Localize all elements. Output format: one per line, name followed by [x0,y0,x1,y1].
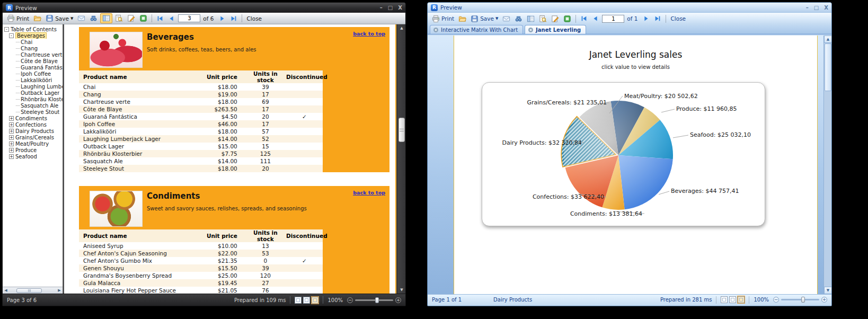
toc-item-label[interactable]: Ipoh Coffee [21,71,51,77]
toc-item-label[interactable]: Chai [21,39,32,45]
toc-tree-item[interactable]: +Condiments [4,115,63,121]
back-to-top-link[interactable]: back to top [353,190,385,196]
search-button[interactable] [88,13,99,23]
toc-item-label[interactable]: Produce [15,147,37,153]
toc-item-label[interactable]: Condiments [15,116,47,121]
parameters-button[interactable] [138,13,149,23]
scroll-up-icon[interactable]: ▲ [397,24,405,32]
open-button[interactable] [32,13,43,23]
toc-horizontal-scrollbar[interactable]: ◀ ▶ [3,287,63,294]
back-to-top-link[interactable]: back to top [353,31,385,37]
tab-janet-leverling[interactable]: Janet Leverling [525,25,586,34]
tab-close-icon[interactable] [528,27,534,33]
page-number-input[interactable] [178,14,200,22]
search-button[interactable] [513,14,524,24]
next-page-button[interactable] [217,13,227,23]
toc-tree-item[interactable]: +Produce [4,147,63,153]
close-window-button[interactable]: X [398,5,402,11]
toc-item-label[interactable]: Meat/Poultry [15,141,49,147]
chevron-down-icon[interactable]: ▼ [70,16,73,21]
toc-item-label[interactable]: Dairy Products [15,128,54,134]
toc-tree-item[interactable]: Laughing Lumberjack [4,83,63,90]
whole-page-icon[interactable] [312,297,318,304]
zoom-slider-thumb[interactable] [375,297,379,303]
watermark-button[interactable] [126,13,137,23]
save-button[interactable]: Save▼ [44,13,75,23]
zoom-out-button[interactable]: − [347,297,353,303]
pie-value-label[interactable]: Dairy Products: $32 320,84 [502,139,582,146]
scrollbar-thumb[interactable] [825,43,831,91]
zoom-out-button[interactable]: − [773,297,779,303]
previous-page-button[interactable] [590,14,601,24]
pie-value-label[interactable]: Confections: $33 622,40 [533,193,604,200]
expand-icon[interactable]: + [9,154,14,159]
save-button[interactable]: Save▼ [469,14,500,24]
zoom-slider[interactable] [355,299,393,301]
toc-tree-item[interactable]: Steeleye Stout [4,109,63,115]
whole-page-icon[interactable] [738,296,745,303]
toc-item-label[interactable]: Beverages [15,32,47,39]
pie-value-label[interactable]: Beverages: $44 757,41 [671,188,739,194]
toc-item-label[interactable]: Laughing Lumberjack [21,84,63,90]
scroll-down-icon[interactable]: ▼ [397,286,405,294]
email-button[interactable] [501,14,512,24]
watermark-button[interactable] [550,14,561,24]
toc-tree-item[interactable]: Outback Lager [4,90,63,96]
toc-item-label[interactable]: Steeleye Stout [21,109,59,115]
print-button[interactable]: Print [430,14,456,24]
close-window-button[interactable]: X [824,5,828,11]
tab-close-icon[interactable] [433,27,439,33]
toc-tree-item[interactable]: +Grains/Cereals [4,134,63,140]
first-page-button[interactable] [155,13,165,23]
pie-value-label[interactable]: Condiments: $13 381,64 [570,210,642,217]
toc-tree-item[interactable]: +Dairy Products [4,128,63,134]
pie-value-label[interactable]: Grains/Cereals: $21 235,01 [527,99,607,106]
toc-tree-item[interactable]: -Beverages [4,32,63,39]
vertical-scrollbar[interactable]: ▲ ▼ [823,36,831,294]
expand-icon[interactable]: + [9,129,14,134]
maximize-button[interactable]: □ [388,5,393,11]
toc-item-label[interactable]: Outback Lager [21,90,59,96]
close-preview-button[interactable]: Close [669,14,687,24]
expand-icon[interactable]: + [9,135,14,140]
open-button[interactable] [457,14,468,24]
magnifier-button[interactable] [113,13,125,23]
toc-item-label[interactable]: Table of Contents [11,26,57,32]
minimize-button[interactable]: – [380,5,383,11]
toc-item-label[interactable]: Rhönbräu Klosterbier [21,96,63,102]
toc-tree-item[interactable]: Ipoh Coffee [4,70,63,77]
page-width-icon[interactable] [729,296,736,303]
page-number-input[interactable] [602,15,624,23]
toc-tree-item[interactable]: Chang [4,45,63,51]
last-page-button[interactable] [228,13,239,23]
toc-tree-item[interactable]: Chartreuse verte [4,51,63,58]
scroll-down-icon[interactable]: ▼ [824,287,831,294]
collapse-icon[interactable]: - [4,27,9,32]
toc-tree-item[interactable]: Lakkalikööri [4,77,63,83]
toc-tree-item[interactable]: Guaraná Fantástica [4,64,63,70]
toc-item-label[interactable]: Confections [15,122,47,128]
expand-icon[interactable]: + [9,116,14,121]
scale-to-fit-icon[interactable] [295,297,302,304]
toc-item-label[interactable]: Chang [21,46,38,51]
scrollbar-thumb[interactable] [16,288,42,293]
toc-tree-item[interactable]: -Table of Contents [4,26,63,32]
toc-item-label[interactable]: Côte de Blaye [21,58,58,64]
next-page-button[interactable] [641,14,651,24]
scroll-up-icon[interactable]: ▲ [824,36,831,43]
toc-tree-item[interactable]: +Seafood [4,153,63,160]
toc-item-label[interactable]: Guaraná Fantástica [21,65,63,70]
scroll-right-icon[interactable]: ▶ [56,288,63,293]
first-page-button[interactable] [579,14,589,24]
minimize-button[interactable]: – [806,5,809,11]
close-preview-button[interactable]: Close [245,13,263,23]
zoom-slider-thumb[interactable] [801,297,805,303]
toc-tree-item[interactable]: +Confections [4,121,63,128]
last-page-button[interactable] [652,14,663,24]
email-button[interactable] [76,13,87,23]
parameters-button[interactable] [562,14,573,24]
scroll-left-icon[interactable]: ◀ [3,288,9,293]
document-map-button[interactable] [100,13,112,23]
toc-item-label[interactable]: Chartreuse verte [21,52,63,58]
toc-tree-item[interactable]: Sasquatch Ale [4,102,63,109]
